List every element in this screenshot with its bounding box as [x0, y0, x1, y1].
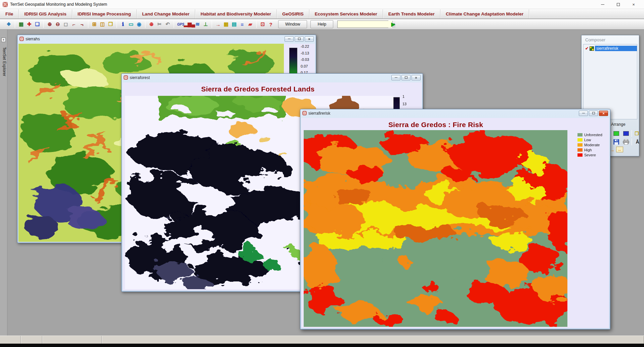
map-composition-icon[interactable]: ❏ [33, 20, 41, 28]
sierrafirerisk-map[interactable] [304, 130, 567, 327]
stretch-icon[interactable]: ≋ [194, 20, 202, 28]
metadata-icon[interactable]: ≡ [238, 20, 246, 28]
menu-item[interactable]: Habitat and Biodiversity Modeler [195, 9, 277, 18]
status-segment [102, 336, 644, 344]
cascade-layers-icon[interactable]: ❐ [633, 130, 641, 137]
menu-item[interactable]: File [0, 9, 19, 18]
status-bar [0, 336, 644, 344]
sierrafirerisk-titlebar[interactable]: sierrafirerisk × [300, 109, 610, 117]
add-layer-icon[interactable]: ✚ [25, 20, 33, 28]
maximize-button[interactable] [295, 36, 304, 42]
app-restore-button[interactable] [610, 0, 626, 9]
explorer-label[interactable]: TerrSet Explorer [2, 47, 7, 76]
symbol-green-button[interactable] [612, 130, 620, 137]
histogram-icon[interactable]: ▂▆▄ [185, 20, 194, 28]
legend-value: 13 [402, 102, 406, 109]
sierrafirerisk-map-heading: Sierra de Gredos : Fire Risk [301, 121, 570, 129]
menu-item[interactable]: IDRISI Image Processing [72, 9, 137, 18]
display-launcher-icon[interactable]: ❖ [5, 20, 13, 28]
symbol-blue-button[interactable] [622, 130, 630, 137]
macro-modeler-icon[interactable]: ⊡ [259, 20, 267, 28]
status-segment [0, 336, 21, 344]
raster-layer-icon [590, 46, 594, 51]
composer-layer-list[interactable]: ✔ sierrafirerisk [583, 44, 637, 119]
legend-value: 0.07 [301, 64, 309, 71]
app-titlebar[interactable]: TerrSet Geospatial Monitoring and Modeli… [0, 0, 644, 9]
database-workshop-icon[interactable]: ▦ [222, 20, 230, 28]
app-close-button[interactable]: × [626, 0, 641, 9]
group-link-icon[interactable]: ◫ [98, 20, 106, 28]
swap-arrows-icon[interactable]: ↔ [616, 147, 623, 152]
status-segment [21, 336, 42, 344]
profile-icon[interactable]: ⊥ [202, 20, 210, 28]
zoom-out-icon[interactable]: ⊖ [54, 20, 62, 28]
close-button[interactable]: × [412, 75, 421, 80]
legend-label: Moderate [584, 143, 600, 147]
help-menu-button[interactable]: Help [310, 20, 333, 28]
menu-item[interactable]: IDRISI GIS Analysis [19, 9, 72, 18]
legend-label: Severe [584, 153, 596, 157]
menu-item[interactable]: Land Change Modeler [137, 9, 195, 18]
terrset-window-icon [19, 37, 24, 41]
shortcut-combo[interactable]: ▼ [337, 21, 388, 28]
menu-item[interactable]: Ecosystem Services Modeler [309, 9, 383, 18]
legend-row: Unforested [577, 132, 602, 137]
sierraforest-titlebar[interactable]: sierraforest × [122, 74, 423, 81]
legend-row: Severe [577, 152, 602, 157]
maximize-button[interactable] [589, 111, 598, 116]
identify-icon[interactable]: ℹ [119, 20, 127, 28]
maximize-button[interactable] [401, 75, 411, 80]
cascade-windows-icon[interactable]: ❐ [106, 20, 115, 28]
legend-label: High [584, 148, 592, 152]
legend-swatch [577, 133, 583, 137]
sierrafirerisk-map-area[interactable]: Sierra de Gredos : Fire Risk [301, 118, 609, 328]
status-segment [42, 336, 102, 344]
explorer-expand-button[interactable]: + [1, 38, 6, 42]
app-minimize-button[interactable] [595, 0, 610, 9]
arrange-label: Arrange [611, 122, 626, 127]
delete-feature-icon[interactable]: ✂ [156, 20, 164, 28]
minimize-button[interactable] [391, 75, 400, 80]
digitize-icon[interactable]: ◉ [135, 20, 143, 28]
save-composition-button[interactable] [612, 139, 620, 145]
legend-value: -0.22 [301, 44, 309, 51]
composer-layer-row[interactable]: ✔ sierrafirerisk [584, 44, 637, 51]
menu-item[interactable]: Earth Trends Modeler [383, 9, 440, 18]
sierrahs-titlebar[interactable]: sierrahs × [17, 35, 316, 43]
minimize-button[interactable] [285, 36, 294, 42]
legend-row: Moderate [577, 142, 602, 147]
close-button[interactable]: × [305, 36, 314, 42]
menu-item[interactable]: GeOSIRIS [277, 9, 309, 18]
fit-display-icon[interactable]: ⊞ [90, 20, 98, 28]
undo-digitize-icon[interactable]: ↶ [164, 20, 172, 28]
window-sierrafirerisk[interactable]: sierrafirerisk × Sierra de Gredos : Fire… [300, 109, 610, 330]
import-export-icon[interactable]: → [214, 20, 222, 28]
legend-swatch [577, 138, 583, 142]
window-menu-button[interactable]: Window [278, 20, 307, 28]
menu-item[interactable]: Climate Change Adaptation Modeler [440, 9, 529, 18]
layer-visibility-check-icon[interactable]: ✔ [585, 46, 589, 51]
legend-value: -0.13 [301, 51, 309, 58]
measure-icon[interactable]: ▭ [127, 20, 135, 28]
full-extent-max-icon[interactable]: ¬ [78, 20, 86, 28]
terrset-logo-icon [3, 2, 8, 7]
legend-swatch [577, 143, 583, 147]
model-help-icon[interactable]: ? [267, 20, 275, 28]
recenter-icon[interactable]: ⊕ [147, 20, 156, 28]
print-composition-button[interactable] [622, 139, 630, 145]
minimize-button[interactable] [579, 111, 588, 116]
full-extent-normal-icon[interactable]: ⌐ [70, 20, 78, 28]
zoom-window-icon[interactable]: ◻ [62, 20, 70, 28]
zoom-in-icon[interactable]: ⊕ [46, 20, 54, 28]
layer-properties-icon[interactable]: ▰ [246, 20, 254, 28]
map-window-icon[interactable]: ▦ [17, 20, 25, 28]
printer-icon [623, 139, 629, 145]
table-collection-icon[interactable]: ▤ [230, 20, 238, 28]
run-shortcut-button[interactable]: ▶ [391, 21, 395, 28]
app-title: TerrSet Geospatial Monitoring and Modeli… [10, 2, 107, 7]
sierrahs-legend-values: -0.22-0.13-0.030.070.17 [301, 44, 309, 77]
shortcut-input[interactable] [338, 21, 392, 28]
layer-name[interactable]: sierrafirerisk [595, 46, 637, 51]
close-button[interactable]: × [599, 111, 608, 116]
map-text-properties-button[interactable]: Å [634, 139, 641, 145]
